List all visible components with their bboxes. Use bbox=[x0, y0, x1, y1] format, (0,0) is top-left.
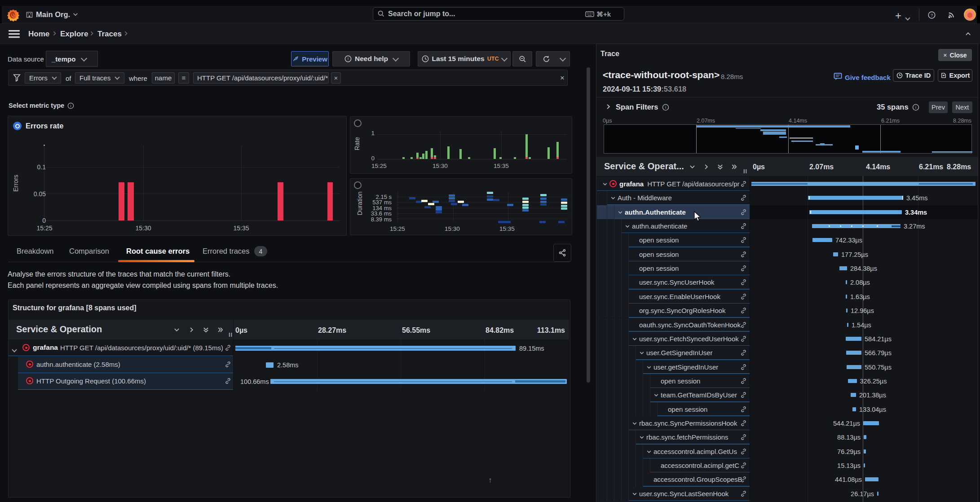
svg-text:i: i bbox=[915, 105, 916, 110]
svg-text:i: i bbox=[71, 104, 71, 108]
svg-text:?: ? bbox=[931, 13, 933, 18]
svg-text:!: ! bbox=[348, 57, 349, 61]
svg-text:i: i bbox=[665, 105, 666, 110]
